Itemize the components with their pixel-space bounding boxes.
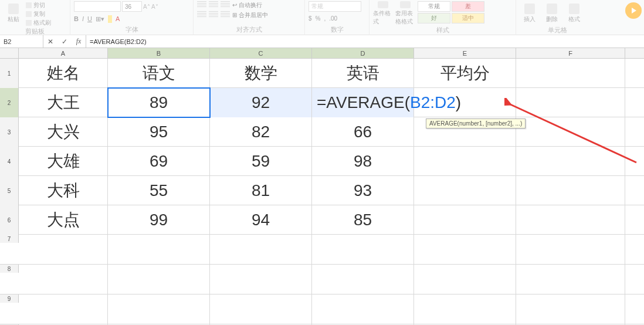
align-middle-button[interactable] (209, 1, 218, 8)
cell[interactable] (414, 294, 516, 324)
cell[interactable] (108, 265, 210, 294)
cell[interactable]: 93 (312, 176, 414, 205)
copy-button[interactable]: 复制 (26, 10, 51, 18)
row-header[interactable]: 8 (0, 265, 19, 273)
col-header-c[interactable]: C (210, 48, 312, 58)
cell[interactable]: 95 (108, 117, 210, 147)
col-header-a[interactable]: A (19, 48, 108, 58)
cell[interactable] (516, 265, 625, 294)
col-header-d[interactable]: D (312, 48, 414, 58)
cell[interactable] (414, 235, 516, 264)
increase-decimal-button[interactable]: .00 (329, 15, 337, 22)
cell[interactable]: 大王 (19, 88, 108, 117)
bold-button[interactable]: B (74, 15, 79, 23)
cell[interactable]: 55 (108, 176, 210, 205)
cell[interactable]: 98 (312, 147, 414, 176)
delete-cells-button[interactable]: 删除 (542, 1, 562, 26)
currency-button[interactable]: $ (309, 15, 312, 22)
cell[interactable] (210, 294, 312, 324)
font-size-select[interactable]: 36 (122, 1, 142, 12)
col-header-b[interactable]: B (108, 48, 210, 58)
row-header[interactable]: 9 (0, 294, 19, 303)
row-header[interactable]: 2 (0, 88, 19, 117)
row-header[interactable]: 5 (0, 176, 19, 205)
align-center-button[interactable] (209, 11, 218, 18)
col-header-e[interactable]: E (414, 48, 516, 58)
select-all-corner[interactable] (0, 48, 19, 58)
cell[interactable]: 语文 (108, 59, 210, 88)
cell[interactable] (414, 147, 516, 176)
insert-cells-button[interactable]: 插入 (520, 1, 540, 26)
cell[interactable]: 92 (210, 88, 312, 117)
cell[interactable] (19, 265, 108, 294)
number-format-select[interactable]: 常规 (309, 1, 361, 12)
merge-center-button[interactable]: ⊞ 合并后居中 (232, 11, 268, 19)
cell[interactable]: 85 (312, 205, 414, 235)
cell[interactable] (312, 265, 414, 294)
cell[interactable]: 大点 (19, 205, 108, 235)
border-button[interactable]: ⊞▾ (96, 15, 104, 23)
row-header[interactable]: 3 (0, 117, 19, 147)
style-good[interactable]: 好 (418, 13, 450, 23)
cell[interactable] (516, 147, 625, 176)
format-cells-button[interactable]: 格式 (564, 1, 584, 26)
cell[interactable]: 66 (312, 117, 414, 147)
cell[interactable]: 平均分 (414, 59, 516, 88)
cut-button[interactable]: 剪切 (26, 1, 51, 9)
cell[interactable] (516, 117, 625, 147)
cell[interactable] (19, 294, 108, 324)
font-color-button[interactable]: A (116, 15, 120, 23)
name-box[interactable]: B2 (0, 35, 43, 48)
cell[interactable] (414, 265, 516, 294)
cell[interactable]: 69 (108, 147, 210, 176)
italic-button[interactable]: I (82, 15, 84, 23)
percent-button[interactable]: % (316, 15, 321, 22)
cell[interactable] (108, 235, 210, 264)
underline-button[interactable]: U (87, 15, 92, 23)
cell[interactable] (312, 235, 414, 264)
align-right-button[interactable] (221, 11, 230, 18)
style-bad[interactable]: 差 (452, 1, 484, 12)
cell[interactable]: 姓名 (19, 59, 108, 88)
row-header[interactable]: 6 (0, 205, 19, 235)
fill-color-button[interactable] (108, 15, 112, 23)
cell[interactable]: 59 (210, 147, 312, 176)
cell[interactable] (312, 294, 414, 324)
cell[interactable]: 82 (210, 117, 312, 147)
format-painter-button[interactable]: 格式刷 (26, 19, 51, 27)
cell[interactable] (414, 205, 516, 235)
cell[interactable]: 数学 (210, 59, 312, 88)
cell[interactable]: 大科 (19, 176, 108, 205)
row-header[interactable]: 7 (0, 235, 19, 243)
row-header[interactable]: 1 (0, 59, 19, 88)
cell[interactable] (414, 176, 516, 205)
format-as-table-button[interactable]: 套用表格格式 (395, 1, 415, 26)
cell[interactable]: 94 (210, 205, 312, 235)
cell[interactable] (210, 265, 312, 294)
cell[interactable]: 大雄 (19, 147, 108, 176)
cell[interactable] (516, 294, 625, 324)
cell-editing[interactable]: =AVERAGE(B2:D2) (312, 88, 414, 117)
cell[interactable]: 81 (210, 176, 312, 205)
cell[interactable] (210, 235, 312, 264)
cell[interactable] (108, 294, 210, 324)
conditional-format-button[interactable]: 条件格式 (373, 1, 393, 26)
cell[interactable]: 英语 (312, 59, 414, 88)
row-header[interactable]: 4 (0, 147, 19, 176)
cell[interactable]: 大兴 (19, 117, 108, 147)
align-bottom-button[interactable] (221, 1, 230, 8)
align-left-button[interactable] (197, 11, 206, 18)
cell[interactable] (516, 88, 625, 117)
confirm-formula-button[interactable]: ✓ (57, 35, 72, 48)
fx-button[interactable]: fx (72, 35, 86, 48)
cell[interactable]: 99 (108, 205, 210, 235)
formula-input[interactable]: =AVERAGE(B2:D2) (86, 35, 644, 48)
style-neutral[interactable]: 适中 (452, 13, 484, 23)
align-top-button[interactable] (197, 1, 206, 8)
cell[interactable] (516, 176, 625, 205)
comma-button[interactable]: , (324, 15, 326, 22)
cell[interactable] (19, 235, 108, 264)
cell-active[interactable]: 89 (108, 88, 210, 117)
cell[interactable] (516, 59, 625, 88)
cancel-formula-button[interactable]: ✕ (43, 35, 57, 48)
